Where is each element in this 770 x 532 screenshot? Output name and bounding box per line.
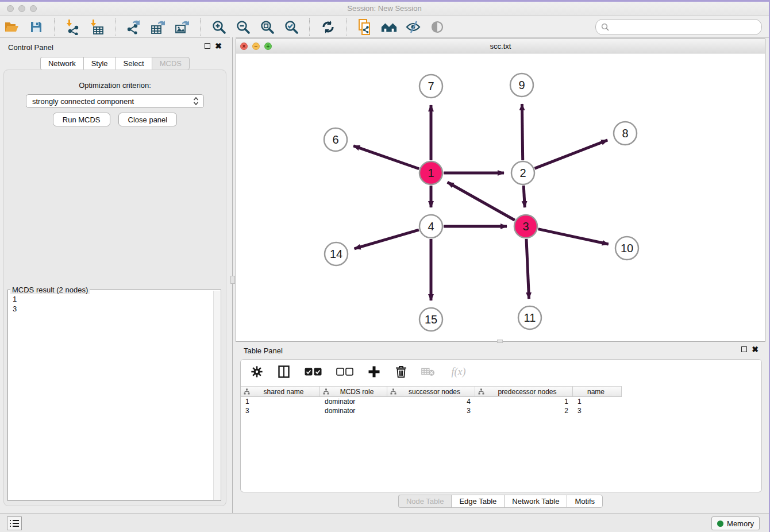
graph-node-15[interactable]: 15 xyxy=(419,308,442,331)
table-cell[interactable]: 1 xyxy=(241,397,320,406)
panel-list-button[interactable] xyxy=(7,516,22,530)
run-mcds-button[interactable]: Run MCDS xyxy=(53,113,110,126)
graph-node-10[interactable]: 10 xyxy=(615,237,638,260)
table-cell[interactable]: dominator xyxy=(320,406,387,415)
column-header-name[interactable]: name xyxy=(573,386,622,397)
import-network-button[interactable] xyxy=(64,18,82,36)
select-all-columns-button[interactable] xyxy=(304,365,322,379)
edge-2-8[interactable] xyxy=(535,140,608,168)
horizontal-splitter-grip[interactable] xyxy=(497,340,503,343)
mcds-result-text[interactable]: 13 xyxy=(9,291,214,500)
duplicate-network-icon xyxy=(357,18,372,36)
tab-select[interactable]: Select xyxy=(116,57,152,70)
graph-node-8[interactable]: 8 xyxy=(614,122,637,145)
control-panel-window-buttons: ✖ xyxy=(205,43,222,49)
fit-content-button[interactable] xyxy=(259,18,276,36)
graph-node-9[interactable]: 9 xyxy=(510,74,533,97)
table-panel-window-buttons: ✖ xyxy=(741,346,759,352)
search-input[interactable] xyxy=(612,21,761,33)
function-builder-button-disabled: f(x) xyxy=(448,365,469,379)
zoom-out-button[interactable] xyxy=(234,18,252,36)
edge-2-3[interactable] xyxy=(523,186,525,207)
result-scrollbar[interactable] xyxy=(213,291,220,500)
edge-4-14[interactable] xyxy=(355,230,419,249)
toggle-column-panel-button[interactable] xyxy=(277,365,291,379)
criterion-select[interactable]: strongly connected component xyxy=(26,94,204,108)
delete-columns-button[interactable] xyxy=(394,365,408,379)
save-session-button[interactable] xyxy=(28,18,45,36)
column-header-predecessor-nodes[interactable]: predecessor nodes xyxy=(475,386,573,397)
memory-button[interactable]: Memory xyxy=(711,516,760,530)
edge-3-11[interactable] xyxy=(526,239,529,299)
edge-3-1[interactable] xyxy=(448,182,515,220)
table-cell[interactable]: 3 xyxy=(573,406,622,415)
zoom-selected-icon xyxy=(284,20,299,34)
table-cell[interactable]: 4 xyxy=(387,397,475,406)
export-network-button[interactable] xyxy=(125,18,143,36)
vertical-splitter[interactable] xyxy=(230,37,236,513)
table-cell[interactable]: 2 xyxy=(475,406,573,415)
graph-node-4[interactable]: 4 xyxy=(419,215,442,238)
fit-content-icon xyxy=(260,20,275,34)
table-cell[interactable]: 1 xyxy=(573,397,622,406)
zoom-in-button[interactable] xyxy=(210,18,228,36)
graph-node-2[interactable]: 2 xyxy=(511,161,534,184)
edge-2-9[interactable] xyxy=(522,104,522,160)
unselect-all-columns-button[interactable] xyxy=(336,365,354,379)
export-image-button[interactable] xyxy=(174,18,191,36)
table-row[interactable]: 3dominator323 xyxy=(241,406,761,415)
graph-node-7[interactable]: 7 xyxy=(419,75,442,98)
edge-1-6[interactable] xyxy=(353,146,419,169)
splitter-grip[interactable] xyxy=(230,276,235,284)
search-box xyxy=(595,19,762,35)
column-header-successor-nodes[interactable]: successor nodes xyxy=(387,386,475,397)
tab-style[interactable]: Style xyxy=(83,57,116,70)
graph-node-1[interactable]: 1 xyxy=(419,161,442,184)
eye-disabled-icon xyxy=(430,20,445,34)
svg-text:9: 9 xyxy=(518,79,525,91)
column-header-MCDS-role[interactable]: MCDS role xyxy=(320,386,387,397)
create-column-button[interactable] xyxy=(367,365,381,379)
table-cell[interactable]: 3 xyxy=(241,406,320,415)
close-panel-icon[interactable]: ✖ xyxy=(752,346,759,352)
tab-network-table[interactable]: Network Table xyxy=(504,495,567,508)
graph-node-11[interactable]: 11 xyxy=(518,306,541,329)
desktop-background: Session: New Session xyxy=(0,0,770,532)
mcds-result-group: MCDS result (2 nodes) 13 xyxy=(7,290,221,501)
float-panel-icon[interactable] xyxy=(741,346,747,352)
export-table-button[interactable] xyxy=(149,18,167,36)
open-session-button[interactable] xyxy=(3,18,21,36)
apply-layout-button[interactable] xyxy=(319,18,337,36)
tab-mcds[interactable]: MCDS xyxy=(152,57,190,70)
show-all-button[interactable] xyxy=(429,18,446,36)
column-tree-icon xyxy=(244,388,250,395)
tab-edge-table[interactable]: Edge Table xyxy=(451,495,504,508)
tab-node-table[interactable]: Node Table xyxy=(398,495,452,508)
graph-node-14[interactable]: 14 xyxy=(325,242,348,265)
table-settings-button[interactable] xyxy=(250,365,264,379)
column-header-shared-name[interactable]: shared name xyxy=(241,386,320,397)
graph-node-6[interactable]: 6 xyxy=(324,128,347,151)
close-panel-icon[interactable]: ✖ xyxy=(215,43,222,49)
close-panel-button[interactable]: Close panel xyxy=(118,113,178,126)
table-body: 1dominator4113dominator323 xyxy=(241,397,761,415)
tab-network[interactable]: Network xyxy=(40,57,83,70)
graph-node-3[interactable]: 3 xyxy=(514,215,537,238)
table-cell[interactable]: 1 xyxy=(475,397,573,406)
result-line: 1 xyxy=(13,294,214,304)
edge-3-10[interactable] xyxy=(538,229,609,244)
float-panel-icon[interactable] xyxy=(205,43,210,49)
first-neighbors-button[interactable] xyxy=(380,18,398,36)
table-cell[interactable]: dominator xyxy=(320,397,387,406)
import-table-button[interactable] xyxy=(88,18,106,36)
table-row[interactable]: 1dominator411 xyxy=(241,397,761,406)
fx-icon: f(x) xyxy=(452,366,466,378)
tab-motifs[interactable]: Motifs xyxy=(567,495,603,508)
control-panel-title: Control Panel xyxy=(8,43,53,52)
refresh-icon xyxy=(321,20,336,34)
network-canvas[interactable]: 7968124314101511 xyxy=(236,53,765,341)
table-cell[interactable]: 3 xyxy=(387,406,475,415)
zoom-selected-button[interactable] xyxy=(283,18,300,36)
duplicate-network-button[interactable] xyxy=(356,18,374,36)
hide-selected-button[interactable] xyxy=(405,18,422,36)
